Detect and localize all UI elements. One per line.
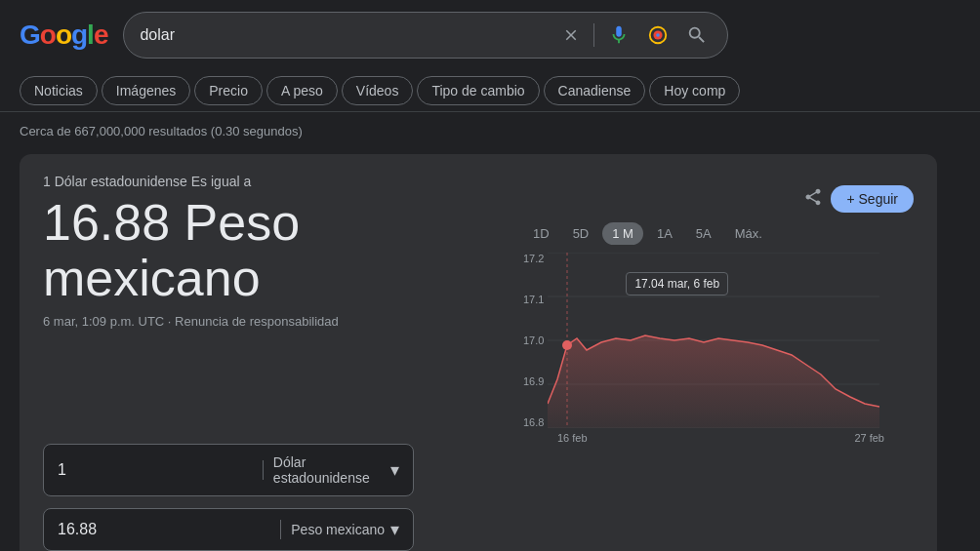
tab-noticias[interactable]: Noticias [20,76,98,105]
x-axis: 16 feb 27 feb [523,428,914,444]
share-icon [803,187,823,207]
tabs-bar: Noticias Imágenes Precio A peso Vídeos T… [0,70,980,112]
conversion-label: 1 Dólar estadounidense Es igual a [43,174,339,189]
search-input[interactable] [140,26,549,44]
mic-button[interactable] [604,20,633,50]
time-tab-1d[interactable]: 1D [523,222,559,245]
y-label-1: 17.1 [523,294,544,305]
clear-icon [562,26,580,44]
chart-area: + Seguir 1D 5D 1 M 1A 5A Máx. [504,174,914,444]
y-label-4: 16.8 [523,416,544,428]
svg-point-2 [657,33,661,37]
tab-canadiense[interactable]: Canadiense [544,76,646,105]
y-axis: 17.2 17.1 17.0 16.9 16.8 [523,253,548,428]
tab-apeso[interactable]: A peso [266,76,338,105]
time-tab-5d[interactable]: 5D [563,222,599,245]
to-currency-label: Peso mexicano [291,522,385,537]
clear-button[interactable] [558,22,584,48]
y-label-2: 17.0 [523,335,544,346]
y-label-0: 17.2 [523,253,544,264]
lens-button[interactable] [643,20,673,50]
to-amount-input[interactable] [58,521,270,538]
chart-actions: + Seguir [803,185,914,213]
from-currency-label: Dólar estadounidense [273,454,385,486]
main-content: Cerca de 667,000,000 resultados (0.30 se… [0,112,980,551]
google-logo: Google [20,20,107,51]
conversion-result: 16.88 Pesomexicano [43,195,339,306]
tab-precio[interactable]: Precio [194,76,263,105]
field-divider-2 [280,520,281,539]
lens-icon [647,24,669,46]
tab-tipodecambio[interactable]: Tipo de cambio [417,76,539,105]
result-area: Cerca de 667,000,000 resultados (0.30 se… [20,112,960,551]
x-label-feb16: 16 feb [557,432,588,444]
from-field: Dólar estadounidense ▾ [43,444,414,496]
result-count: Cerca de 667,000,000 resultados (0.30 se… [20,124,960,138]
follow-button[interactable]: + Seguir [831,185,914,213]
search-button[interactable] [682,20,712,50]
time-tab-5a[interactable]: 5A [686,222,721,245]
mic-icon [608,24,630,46]
field-divider [263,460,264,480]
tooltip-value: 17.04 [634,277,664,291]
search-bar [123,12,728,59]
from-amount-input[interactable] [58,461,253,479]
time-tabs: 1D 5D 1 M 1A 5A Máx. [523,222,914,245]
tab-hoycomp[interactable]: Hoy comp [649,76,740,105]
from-currency-dropdown[interactable]: ▾ [390,459,399,481]
tab-imagenes[interactable]: Imágenes [102,76,190,105]
x-label-feb27: 27 feb [854,432,884,444]
share-button[interactable] [803,187,823,212]
tooltip-date: mar, 6 feb [668,277,719,291]
chart-header: + Seguir [523,185,914,213]
converter-card: 1 Dólar estadounidense Es igual a 16.88 … [20,154,937,551]
to-field: Peso mexicano ▾ [43,508,414,551]
to-currency-dropdown[interactable]: ▾ [390,519,399,540]
tab-videos[interactable]: Vídeos [342,76,414,105]
time-tab-1m[interactable]: 1 M [602,222,643,245]
chart-svg-wrapper: 17.04 mar, 6 feb [548,253,914,428]
chart-tooltip: 17.04 mar, 6 feb [626,272,728,295]
y-label-3: 16.9 [523,375,544,387]
search-icons [558,20,712,50]
divider [593,23,594,47]
conversion-meta: 6 mar, 1:09 p.m. UTC · Renuncia de respo… [43,314,339,329]
time-tab-max[interactable]: Máx. [725,222,772,245]
converter-fields: Dólar estadounidense ▾ Peso mexicano ▾ [43,444,914,551]
search-icon [686,24,708,46]
conversion-info: 1 Dólar estadounidense Es igual a 16.88 … [43,174,339,346]
header: Google [0,0,980,70]
chart-container: 17.2 17.1 17.0 16.9 16.8 17.04 mar, 6 fe… [523,253,914,428]
time-tab-1a[interactable]: 1A [647,222,682,245]
